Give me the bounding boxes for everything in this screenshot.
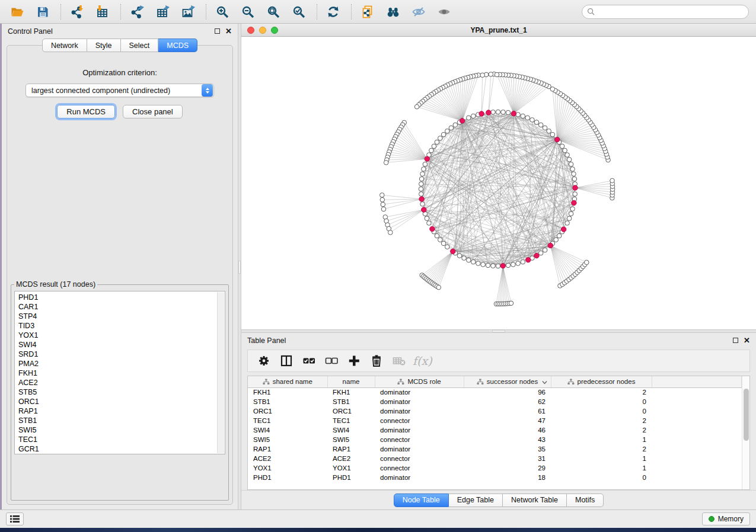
column-header-successor-nodes[interactable]: successor nodes (464, 376, 551, 387)
zoom-fit-icon (266, 5, 280, 19)
trash-button[interactable] (366, 352, 387, 370)
memory-button[interactable]: Memory (702, 512, 750, 525)
spacer (7, 118, 232, 280)
mcds-result-item[interactable]: FKH1 (18, 368, 225, 378)
table-row[interactable]: STB1STB1dominator620 (248, 397, 742, 406)
gear-button[interactable] (254, 352, 274, 370)
refresh-button[interactable] (323, 2, 343, 21)
search-input[interactable] (598, 8, 744, 16)
table-cell: dominator (375, 406, 464, 416)
scrollbar-thumb[interactable] (744, 389, 749, 441)
table-row[interactable]: FKH1FKH1dominator962 (248, 387, 742, 397)
eye-button[interactable] (434, 2, 454, 21)
open-folder-button[interactable] (7, 2, 27, 21)
mcds-result-item[interactable]: STP4 (18, 312, 225, 321)
minimize-window-icon[interactable] (259, 27, 266, 34)
deselect-all-button[interactable] (321, 352, 342, 370)
mcds-result-item[interactable]: YOX1 (18, 331, 225, 340)
zoom-in-button[interactable] (212, 2, 232, 21)
column-header-MCDS-role[interactable]: MCDS role (375, 376, 464, 387)
export-network-button[interactable] (127, 2, 147, 21)
export-table-button[interactable] (152, 2, 173, 21)
table-row[interactable]: SWI5SWI5connector431 (248, 435, 742, 444)
table-cell (652, 416, 742, 425)
mcds-result-item[interactable]: CAR1 (18, 302, 225, 312)
mcds-result-list[interactable]: PHD1CAR1STP4TID3YOX1SWI4SRD1PMA2FKH1ACE2… (14, 291, 225, 454)
import-table-button[interactable] (92, 2, 113, 21)
search-box[interactable] (582, 5, 749, 19)
tab-edge-table[interactable]: Edge Table (449, 493, 503, 507)
mcds-result-item[interactable]: SWI5 (18, 425, 225, 435)
mcds-result-item[interactable]: SRD1 (18, 350, 225, 359)
table-scrollbar[interactable] (742, 376, 749, 489)
column-header-predecessor-nodes[interactable]: predecessor nodes (551, 376, 652, 387)
network-graph[interactable] (241, 37, 756, 329)
mcds-result-item[interactable]: STB1 (18, 416, 225, 425)
tab-style[interactable]: Style (87, 39, 121, 52)
table-row[interactable]: YOX1YOX1connector291 (248, 463, 742, 473)
list-scrollbar[interactable] (217, 292, 224, 453)
criterion-select[interactable]: largest connected component (undirected) (25, 84, 214, 97)
eye-hidden-button[interactable] (409, 2, 429, 21)
add-icon (347, 354, 361, 368)
network-canvas[interactable] (241, 37, 756, 329)
table-row[interactable]: ORC1ORC1dominator610 (248, 406, 742, 416)
close-window-icon[interactable] (247, 27, 254, 34)
table-cell: 46 (464, 425, 551, 435)
close-panel-icon[interactable]: ✕ (744, 336, 750, 344)
mcds-result-item[interactable]: ORC1 (18, 397, 225, 406)
function-builder-icon: f(x) (413, 354, 432, 367)
select-all-button[interactable] (299, 352, 319, 370)
binoculars-icon (386, 5, 400, 19)
zoom-selected-button[interactable] (289, 2, 309, 21)
table-row[interactable]: SWI4SWI4dominator462 (248, 425, 742, 435)
mcds-result-item[interactable]: RAP1 (18, 406, 225, 416)
save-icon (36, 5, 50, 19)
table-cell: 29 (464, 463, 551, 473)
binoculars-button[interactable] (383, 2, 403, 21)
table-cell: 31 (464, 454, 551, 463)
tab-network[interactable]: Network (42, 39, 87, 52)
tab-mcds[interactable]: MCDS (158, 39, 197, 52)
splitter-grip[interactable] (492, 330, 505, 332)
export-image-button[interactable] (178, 2, 198, 21)
maximize-window-icon[interactable] (271, 27, 278, 34)
add-button[interactable] (344, 352, 364, 370)
zoom-out-button[interactable] (238, 2, 258, 21)
close-panel-icon[interactable]: ✕ (225, 27, 232, 35)
tab-network-table[interactable]: Network Table (503, 493, 567, 507)
save-button[interactable] (33, 2, 53, 21)
tab-node-table[interactable]: Node Table (394, 493, 449, 507)
column-header-shared-name[interactable]: shared name (248, 376, 327, 387)
table-panel-title: Table Panel (247, 336, 286, 345)
tab-select[interactable]: Select (121, 39, 159, 52)
close-panel-button[interactable]: Close panel (123, 105, 183, 118)
table-row[interactable]: RAP1RAP1dominator352 (248, 444, 742, 454)
mcds-result-item[interactable]: PHD1 (18, 293, 225, 302)
zoom-fit-button[interactable] (263, 2, 283, 21)
table-row[interactable]: ACE2ACE2connector311 (248, 454, 742, 463)
tab-motifs[interactable]: Motifs (567, 493, 604, 507)
import-network-button[interactable] (67, 2, 87, 21)
mcds-result-item[interactable]: TID3 (18, 321, 225, 331)
splitter-grip[interactable] (238, 261, 241, 274)
mcds-result-item[interactable]: PMA2 (18, 359, 225, 368)
columns-button[interactable] (276, 352, 296, 370)
column-header-name[interactable]: name (327, 376, 375, 387)
mcds-result-item[interactable]: GCR1 (18, 444, 225, 454)
mcds-result-item[interactable]: STB5 (18, 387, 225, 397)
mcds-result-item[interactable]: ACE2 (18, 378, 225, 387)
mcds-result-item[interactable]: SWI4 (18, 340, 225, 350)
float-panel-icon[interactable] (733, 338, 738, 343)
task-history-button[interactable] (6, 512, 24, 525)
share-document-button[interactable] (358, 2, 378, 21)
mcds-result-item[interactable]: TEC1 (18, 435, 225, 444)
table-cell: 1 (551, 454, 652, 463)
table-panel: Table Panel ✕ f(x) shared namenameMCDS r… (241, 333, 756, 509)
run-mcds-button[interactable]: Run MCDS (57, 105, 115, 118)
float-panel-icon[interactable] (215, 28, 220, 34)
control-panel: Control Panel ✕ NetworkStyleSelectMCDS O… (2, 24, 238, 509)
table-row[interactable]: PHD1PHD1dominator180 (248, 473, 742, 482)
horizontal-splitter[interactable] (241, 329, 756, 333)
table-row[interactable]: TEC1TEC1connector472 (248, 416, 742, 425)
